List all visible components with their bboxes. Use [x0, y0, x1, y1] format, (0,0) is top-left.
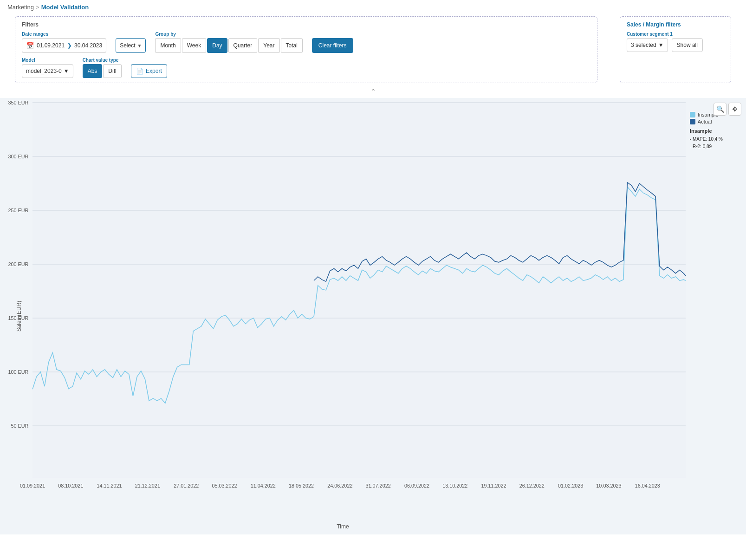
model-group: Model model_2023-0 ▼ — [22, 58, 73, 78]
date-to: 30.04.2023 — [74, 42, 102, 49]
legend-stats-title: Insample — [690, 127, 723, 136]
chart-svg-container: 50 EUR 100 EUR 150 EUR 200 EUR 250 EUR 3… — [32, 103, 686, 507]
filters-title: Filters — [22, 21, 590, 28]
fullscreen-button[interactable]: ✥ — [728, 103, 741, 116]
chart-value-abs[interactable]: Abs — [83, 64, 103, 78]
breadcrumb: Marketing > Model Validation — [0, 0, 746, 14]
model-value: model_2023-0 — [26, 68, 62, 74]
y-tick-350: 350 EUR — [8, 100, 28, 105]
group-by-total[interactable]: Total — [281, 38, 303, 53]
customer-segment-select[interactable]: 3 selected ▼ — [627, 38, 668, 52]
model-label: Model — [22, 58, 73, 63]
x-tick-8: 24.06.2022 — [327, 483, 352, 488]
legend-insample-color — [690, 112, 695, 117]
model-select[interactable]: model_2023-0 ▼ — [22, 64, 73, 78]
customer-segment-group: Customer segment 1 3 selected ▼ Show all — [627, 32, 724, 52]
y-tick-250: 250 EUR — [8, 208, 28, 213]
x-axis-label: Time — [0, 523, 686, 530]
filters-panel: Filters Date ranges 📅 01.09.2021 ❯ 30.04… — [15, 16, 597, 83]
group-by-year[interactable]: Year — [258, 38, 279, 53]
select-arrow-icon: ▼ — [137, 43, 142, 48]
group-by-week[interactable]: Week — [182, 38, 206, 53]
show-all-button[interactable]: Show all — [672, 38, 703, 52]
select-dropdown[interactable]: Select ▼ — [116, 38, 146, 53]
group-by-month[interactable]: Month — [155, 38, 181, 53]
breadcrumb-separator: > — [36, 4, 39, 11]
export-label: Export — [146, 68, 162, 74]
legend-actual-label: Actual — [698, 119, 712, 124]
chart-legend: Insample Actual Insample - MAPE: 10,4 % … — [690, 112, 723, 150]
export-group: ​ 📄 Export — [131, 58, 167, 78]
y-tick-200: 200 EUR — [8, 261, 28, 267]
calendar-icon: 📅 — [26, 42, 34, 49]
x-tick-15: 10.03.2023 — [596, 483, 621, 488]
sales-margin-panel: Sales / Margin filters Customer segment … — [620, 16, 731, 83]
chart-value-buttons: Abs Diff — [83, 64, 122, 78]
segment-arrow-icon: ▼ — [658, 42, 664, 48]
chart-svg: 50 EUR 100 EUR 150 EUR 200 EUR 250 EUR 3… — [32, 103, 686, 507]
x-tick-16: 16.04.2023 — [635, 483, 660, 488]
select-group: ​ Select ▼ — [116, 32, 146, 53]
chart-value-type-group: Chart value type Abs Diff — [83, 58, 122, 78]
x-tick-1: 08.10.2021 — [58, 483, 83, 488]
model-arrow-icon: ▼ — [64, 68, 69, 74]
group-by-quarter[interactable]: Quarter — [228, 38, 258, 53]
y-tick-150: 150 EUR — [8, 315, 28, 321]
group-by-label: Group by — [155, 32, 302, 37]
customer-segment-label: Customer segment 1 — [627, 32, 724, 37]
breadcrumb-parent[interactable]: Marketing — [7, 4, 34, 11]
group-by-buttons: Month Week Day Quarter Year Total — [155, 38, 302, 53]
clear-filters-group: ​ Clear filters — [312, 32, 353, 53]
chart-area: 🔍 ✥ Insample Actual Insample - MAPE: 10,… — [0, 98, 746, 534]
y-tick-100: 100 EUR — [8, 369, 28, 375]
x-tick-11: 13.10.2022 — [442, 483, 467, 488]
chart-background — [32, 103, 686, 478]
chart-value-type-label: Chart value type — [83, 58, 122, 63]
x-tick-13: 26.12.2022 — [519, 483, 545, 488]
x-tick-7: 18.05.2022 — [289, 483, 314, 488]
y-tick-300: 300 EUR — [8, 154, 28, 159]
date-range-input[interactable]: 📅 01.09.2021 ❯ 30.04.2023 — [22, 38, 106, 53]
x-tick-12: 19.11.2022 — [481, 483, 506, 488]
x-tick-6: 11.04.2022 — [251, 483, 276, 488]
x-tick-9: 31.07.2022 — [366, 483, 391, 488]
legend-actual-color — [690, 119, 695, 124]
x-tick-2: 14.11.2021 — [97, 483, 122, 488]
date-ranges-group: Date ranges 📅 01.09.2021 ❯ 30.04.2023 — [22, 32, 106, 53]
zoom-button[interactable]: 🔍 — [714, 103, 727, 116]
date-from: 01.09.2021 — [37, 42, 65, 49]
group-by-day[interactable]: Day — [207, 38, 227, 53]
x-tick-10: 06.09.2022 — [404, 483, 429, 488]
x-tick-3: 21.12.2021 — [135, 483, 160, 488]
x-tick-4: 27.01.2022 — [174, 483, 199, 488]
legend-rsquared: - R²2: 0,89 — [690, 143, 723, 150]
collapse-section: ⌃ — [0, 87, 746, 96]
date-ranges-label: Date ranges — [22, 32, 106, 37]
breadcrumb-current: Model Validation — [41, 4, 89, 11]
x-tick-0: 01.09.2021 — [20, 483, 45, 488]
group-by-group: Group by Month Week Day Quarter Year Tot… — [155, 32, 302, 53]
x-tick-14: 01.02.2023 — [558, 483, 583, 488]
legend-mape: - MAPE: 10,4 % — [690, 136, 723, 143]
legend-actual-item: Actual — [690, 119, 723, 124]
legend-stats: Insample - MAPE: 10,4 % - R²2: 0,89 — [690, 127, 723, 150]
x-tick-5: 05.03.2022 — [212, 483, 237, 488]
export-button[interactable]: 📄 Export — [131, 64, 167, 78]
chart-toolbar: 🔍 ✥ — [714, 103, 741, 116]
collapse-button[interactable]: ⌃ — [0, 87, 746, 96]
y-tick-50: 50 EUR — [11, 423, 28, 429]
clear-filters-button[interactable]: Clear filters — [312, 38, 353, 53]
select-label: Select — [120, 42, 135, 49]
selected-count: 3 selected — [631, 42, 656, 48]
sales-margin-title: Sales / Margin filters — [627, 21, 724, 28]
chart-value-diff[interactable]: Diff — [103, 64, 122, 78]
date-arrow-icon: ❯ — [67, 43, 71, 49]
export-icon: 📄 — [136, 68, 143, 75]
